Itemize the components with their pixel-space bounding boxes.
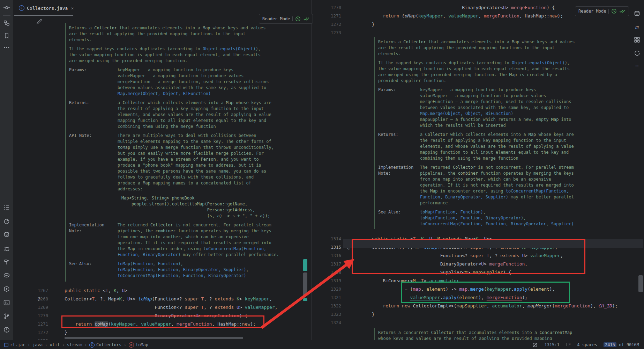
vcs-change-mark: [303, 298, 307, 301]
line-number: 1324: [320, 319, 341, 327]
h-scrollbar-thumb[interactable]: [65, 337, 243, 339]
doc-line: produce a Map mapping names to a concate…: [118, 180, 251, 186]
caret-position[interactable]: 1315:1: [544, 342, 559, 347]
reviews-icon[interactable]: [3, 272, 10, 279]
problems-icon[interactable]: [3, 326, 10, 333]
line-number: 1318: [320, 268, 341, 277]
annotation-green-box: [401, 282, 570, 303]
todo-list-icon[interactable]: [3, 204, 10, 211]
doc-line: follows to gracefully deals with these c…: [118, 174, 254, 180]
doc-line: operation. If it is not required that re…: [420, 182, 574, 188]
doc-line: mapping function to all input elements e…: [420, 150, 569, 155]
doc-line: Function, BinaryOperator) may offer bett…: [118, 252, 279, 258]
doc-line: the Map in encounter order, using toConc…: [118, 246, 266, 252]
doc-line: toMap(Function, Function, BinaryOperator…: [118, 267, 249, 273]
maven-icon[interactable]: m: [634, 23, 641, 30]
doc-line: the Map in encounter order, using toConc…: [420, 188, 569, 194]
doc-line: possible that two persons have the same …: [118, 168, 266, 174]
v-scrollbar-thumb[interactable]: [638, 275, 643, 292]
commit-icon[interactable]: [3, 4, 10, 11]
edit-pencil-icon[interactable]: [36, 18, 43, 25]
debug-icon[interactable]: [3, 245, 10, 252]
doc-line: are merged using the provided merging fu…: [69, 58, 188, 64]
breadcrumb-item-tomap[interactable]: mtoMap: [129, 342, 148, 348]
breadcrumb-item-stream[interactable]: stream: [67, 342, 82, 347]
doc-line: mergeFunction – a merge function, used t…: [118, 79, 269, 85]
doc-line: toMap simply use a merge function that t…: [118, 145, 274, 151]
doc-line: the result of applying a key mapping fun…: [420, 138, 566, 144]
reader-mode-label: Reader Mode: [578, 9, 606, 14]
doc-line: Map<String, String> phoneBook: [121, 195, 195, 201]
line-number: 1316: [320, 252, 341, 260]
breadcrumb[interactable]: rt.jar›java›util›stream›CCollectors›mtoM…: [0, 342, 148, 348]
profiler-icon[interactable]: [3, 218, 10, 225]
indent-setting[interactable]: 4 spaces: [577, 342, 597, 347]
doc-section-label: API Note:: [69, 133, 92, 139]
doc-line: between values associated with the same …: [118, 85, 266, 91]
ide-window: C Collectors.java × Returns a Collector …: [0, 0, 644, 349]
doc-line: are the result of applying the provided …: [378, 45, 555, 51]
doc-line: Returns a Collector that accumulates ele…: [378, 39, 575, 45]
breadcrumb-item-collectors[interactable]: CCollectors: [89, 342, 121, 348]
double-check-icon: [619, 9, 626, 14]
terminal-icon[interactable]: [3, 299, 10, 306]
inspections-icon[interactable]: [611, 8, 617, 14]
breadcrumb-item-java[interactable]: java: [32, 342, 43, 347]
code-line: BinaryOperator<U> mergeFunction) {: [372, 3, 555, 12]
line-number: 1317: [320, 260, 341, 268]
dependencies-icon[interactable]: [634, 36, 641, 43]
run-icon[interactable]: [3, 285, 10, 292]
line-number: 1273: [320, 29, 341, 37]
javadoc-border: [374, 328, 375, 340]
breadcrumb-item-rt-jar[interactable]: rt.jar: [4, 342, 25, 347]
inspections-icon[interactable]: [295, 16, 301, 22]
breadcrumb-item-util[interactable]: util: [50, 342, 60, 347]
line-number: 1271: [27, 320, 48, 328]
more-icon[interactable]: ⋯: [634, 62, 641, 69]
status-bar: rt.jar›java›util›stream›CCollectors›mtoM…: [0, 340, 644, 349]
line-ending[interactable]: LF: [566, 342, 571, 347]
doc-line: whose keys and values are the result of …: [378, 336, 552, 340]
structure-icon[interactable]: [3, 20, 10, 27]
doc-section-label: Implementation: [69, 222, 104, 228]
doc-line: elements, and whose values are the resul…: [118, 112, 271, 118]
gradle-icon[interactable]: [634, 49, 641, 56]
tab-title: Collectors.java: [27, 6, 68, 11]
class-icon: C: [19, 5, 24, 11]
memory-indicator[interactable]: 2415 of 9016M: [604, 342, 639, 347]
annotation-gutter-icon: @: [38, 295, 40, 303]
tab-close-icon[interactable]: ×: [71, 6, 74, 11]
line-number: 1315: [320, 243, 341, 252]
tab-collectors-java[interactable]: C Collectors.java ×: [16, 3, 76, 13]
doc-section-label: Params:: [378, 87, 396, 93]
editor-pane-left[interactable]: C Collectors.java × Returns a Collector …: [13, 0, 312, 340]
archive-icon: [4, 343, 8, 347]
doc-line: elements, and whose values are the resul…: [420, 144, 574, 150]
doc-section-label: Note:: [378, 170, 391, 176]
breadcrumb-separator: ›: [45, 343, 47, 347]
doc-line: There are multiple ways to deal with col…: [118, 133, 256, 139]
services-icon[interactable]: [3, 231, 10, 238]
more-icon[interactable]: [3, 44, 10, 51]
line-number: 1320: [320, 285, 341, 293]
line-number: 1270: [320, 3, 341, 12]
highlight-level-icon[interactable]: [532, 342, 538, 348]
doc-section-label: Returns:: [378, 132, 398, 138]
bookmark-icon[interactable]: [3, 32, 10, 39]
doc-line: elements.: [69, 37, 92, 43]
doc-line: which the results will be inserted: [420, 123, 506, 129]
database-icon[interactable]: [634, 10, 641, 17]
doc-line: from one map into another, which can be …: [118, 234, 249, 240]
breadcrumb-separator: ›: [28, 343, 30, 347]
doc-line: combining them using the merge function: [420, 155, 518, 161]
reader-mode-widget[interactable]: Reader Mode: [259, 14, 313, 24]
doc-section-label: Returns:: [69, 100, 89, 106]
git-branch-icon[interactable]: [3, 313, 10, 320]
reader-mode-widget[interactable]: Reader Mode: [575, 6, 629, 16]
annotation-red-box-right: [352, 239, 585, 274]
doc-line: valueMapper – a mapping function to prod…: [118, 73, 244, 79]
scrollbar-thumb[interactable]: [303, 272, 307, 296]
build-icon[interactable]: [3, 259, 10, 266]
code-line: Collector<T, ?, Map<K, U>> toMap(Functio…: [65, 295, 272, 303]
doc-line: keyMapper – a mapping function to produc…: [420, 87, 536, 93]
